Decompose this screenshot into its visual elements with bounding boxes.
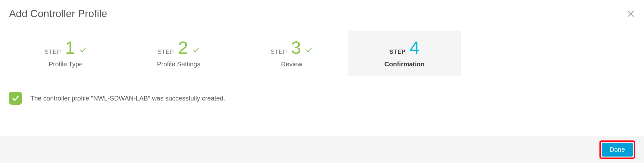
confirmation-message: The controller profile "NWL-SDWAN-LAB" w… <box>30 95 225 102</box>
step-confirmation[interactable]: STEP 4 Confirmation <box>348 31 461 76</box>
confirmation-row: The controller profile "NWL-SDWAN-LAB" w… <box>9 92 644 105</box>
step-profile-type[interactable]: STEP 1 Profile Type <box>9 31 122 76</box>
step-number: 2 <box>178 39 188 57</box>
step-label: Review <box>281 61 302 68</box>
step-word: STEP <box>271 49 287 55</box>
success-check-icon <box>9 92 22 105</box>
check-icon <box>79 46 87 54</box>
step-number: 3 <box>291 39 301 57</box>
done-button[interactable]: Done <box>602 143 633 157</box>
footer-bar: Done <box>0 136 644 163</box>
step-review[interactable]: STEP 3 Review <box>235 31 348 76</box>
close-icon[interactable] <box>627 10 635 18</box>
page-title: Add Controller Profile <box>9 8 107 20</box>
step-label: Profile Settings <box>157 61 200 68</box>
done-button-highlight: Done <box>599 140 635 159</box>
check-icon <box>192 46 200 54</box>
wizard-stepper: STEP 1 Profile Type STEP 2 Profile Setti… <box>9 31 635 76</box>
step-number: 1 <box>65 39 75 57</box>
step-word: STEP <box>45 49 61 55</box>
step-number: 4 <box>410 39 420 57</box>
step-word: STEP <box>158 49 174 55</box>
step-label: Confirmation <box>384 61 424 68</box>
check-icon <box>305 46 313 54</box>
step-profile-settings[interactable]: STEP 2 Profile Settings <box>122 31 235 76</box>
step-word: STEP <box>389 49 406 55</box>
step-label: Profile Type <box>49 61 83 68</box>
